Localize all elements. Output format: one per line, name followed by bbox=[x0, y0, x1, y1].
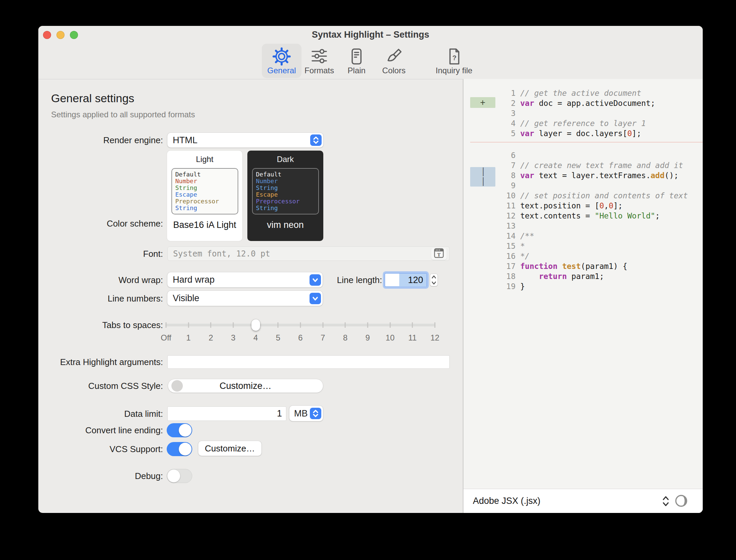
svg-text:T: T bbox=[437, 252, 441, 257]
slider-tick-label: 8 bbox=[343, 333, 347, 343]
code-line: 19} bbox=[463, 281, 703, 291]
slider-tick-label: 11 bbox=[408, 333, 417, 343]
line-length-value: 120 bbox=[399, 274, 426, 287]
render-engine-select[interactable]: HTML bbox=[167, 133, 323, 148]
diff-changed-marker: ││ bbox=[470, 167, 495, 187]
code-line: 6 bbox=[463, 150, 703, 160]
vcs-support-toggle[interactable] bbox=[167, 442, 192, 456]
slider-tick[interactable] bbox=[210, 322, 211, 328]
document-lines-icon bbox=[347, 47, 366, 66]
slider-tick-label: 3 bbox=[231, 333, 235, 343]
extra-arguments-input[interactable] bbox=[167, 355, 450, 369]
chevron-down-icon bbox=[310, 293, 321, 304]
code-text: // create new text frame and add it bbox=[520, 160, 683, 170]
color-scheme-dark-card[interactable]: Dark DefaultNumberStringEscapePreprocess… bbox=[247, 151, 323, 241]
chevrons-up-down-icon bbox=[310, 134, 322, 146]
line-number: 13 bbox=[463, 221, 520, 231]
language-bar: Adobe JSX (.jsx) bbox=[463, 489, 703, 513]
word-wrap-value: Hard wrap bbox=[167, 275, 215, 285]
toolbar-tab-general[interactable]: General bbox=[262, 44, 301, 78]
scheme-name: Base16 iA Light bbox=[167, 220, 242, 230]
scheme-token: Escape bbox=[256, 191, 318, 198]
debug-toggle[interactable] bbox=[167, 469, 192, 483]
slider-tick[interactable] bbox=[435, 322, 436, 328]
toggle-knob bbox=[179, 424, 192, 437]
vcs-support-label: VCS Support: bbox=[110, 444, 163, 454]
gear-icon bbox=[272, 47, 291, 66]
toggle-knob bbox=[179, 443, 192, 455]
slider-tick-label: 12 bbox=[431, 333, 440, 343]
slider-tick[interactable] bbox=[345, 322, 346, 328]
window-title: Syntax Highlight – Settings bbox=[38, 30, 703, 40]
line-number: 1 bbox=[463, 88, 520, 98]
custom-css-customize-button[interactable]: Customize… bbox=[168, 379, 323, 393]
scheme-token: String bbox=[256, 185, 318, 191]
line-length-input[interactable]: 120 bbox=[384, 273, 427, 287]
toolbar-tab-inquiry-file[interactable]: ? Inquiry file bbox=[429, 44, 479, 78]
scheme-token: String bbox=[256, 205, 318, 211]
titlebar: Syntax Highlight – Settings General bbox=[38, 26, 703, 79]
line-numbers-label: Line numbers: bbox=[108, 293, 163, 304]
data-limit-unit-select[interactable]: MB bbox=[289, 406, 323, 421]
slider-tick[interactable] bbox=[390, 322, 391, 328]
code-text: */ bbox=[520, 251, 530, 261]
slider-tick-label: 1 bbox=[186, 333, 191, 343]
code-text: * bbox=[520, 241, 525, 251]
font-label: Font: bbox=[143, 248, 163, 259]
scheme-token: Preprocessor bbox=[175, 198, 238, 205]
slider-tick[interactable] bbox=[412, 322, 413, 328]
data-limit-unit: MB bbox=[289, 408, 308, 419]
line-number: 6 bbox=[463, 150, 520, 160]
line-number: 16 bbox=[463, 251, 520, 261]
chevrons-up-down-icon bbox=[310, 408, 321, 419]
line-numbers-select[interactable]: Visible bbox=[167, 291, 323, 306]
slider-tick-label: Off bbox=[161, 333, 171, 343]
toolbar-tab-colors[interactable]: Colors bbox=[375, 44, 412, 78]
slider-tick[interactable] bbox=[233, 322, 234, 328]
slider-tick[interactable] bbox=[166, 322, 167, 328]
toolbar-tab-plain[interactable]: Plain bbox=[338, 44, 375, 78]
diff-added-marker: + bbox=[470, 97, 495, 108]
contrast-icon[interactable] bbox=[674, 494, 688, 509]
page-subtitle: Settings applied to all supported format… bbox=[51, 110, 195, 119]
line-number: 12 bbox=[463, 211, 520, 221]
font-panel-button[interactable]: T bbox=[431, 248, 447, 260]
code-line: 17function test(param1) { bbox=[463, 261, 703, 271]
data-limit-input[interactable]: 1 bbox=[167, 406, 286, 421]
word-wrap-select[interactable]: Hard wrap bbox=[167, 272, 323, 287]
code-text: function test(param1) { bbox=[520, 261, 627, 271]
code-line: 11text.position = [0,0]; bbox=[463, 201, 703, 211]
slider-tick[interactable] bbox=[188, 322, 189, 328]
code-text: /** bbox=[520, 231, 534, 241]
line-length-stepper[interactable] bbox=[430, 274, 438, 286]
code-line: 4// get reference to layer 1 bbox=[463, 118, 703, 128]
page-title: General settings bbox=[51, 92, 134, 105]
line-length-label: Line length: bbox=[337, 275, 382, 285]
code-line: 1// get the active document bbox=[463, 88, 703, 98]
extra-arguments-label: Extra Highlight arguments: bbox=[60, 357, 163, 367]
code-preview[interactable]: 1// get the active document2var doc = ap… bbox=[463, 79, 703, 489]
code-text: return param1; bbox=[520, 271, 604, 281]
vcs-button-label: Customize… bbox=[205, 443, 255, 454]
chevrons-up-down-icon[interactable] bbox=[661, 495, 671, 509]
slider-tick[interactable] bbox=[322, 322, 323, 328]
scheme-token: Preprocessor bbox=[256, 198, 318, 205]
slider-tick[interactable] bbox=[300, 322, 301, 328]
svg-text:?: ? bbox=[452, 54, 456, 62]
tabs-to-spaces-slider[interactable]: Off123456789101112 bbox=[165, 314, 436, 345]
slider-tick-label: 5 bbox=[276, 333, 280, 343]
convert-line-ending-toggle[interactable] bbox=[167, 423, 192, 437]
slider-thumb[interactable] bbox=[251, 319, 260, 331]
code-text: var text = layer.textFrames.add(); bbox=[520, 170, 679, 181]
slider-tick-label: 4 bbox=[253, 333, 258, 343]
line-numbers-value: Visible bbox=[167, 293, 199, 304]
line-number: 17 bbox=[463, 261, 520, 271]
slider-tick[interactable] bbox=[367, 322, 368, 328]
vcs-customize-button[interactable]: Customize… bbox=[198, 441, 261, 456]
scheme-token: String bbox=[175, 185, 238, 191]
scheme-token: Default bbox=[175, 171, 238, 178]
slider-tick[interactable] bbox=[278, 322, 279, 328]
toolbar-tab-label: Inquiry file bbox=[436, 66, 472, 75]
color-scheme-light-card[interactable]: Light DefaultNumberStringEscapePreproces… bbox=[167, 151, 242, 241]
toolbar-tab-formats[interactable]: Formats bbox=[301, 44, 338, 78]
